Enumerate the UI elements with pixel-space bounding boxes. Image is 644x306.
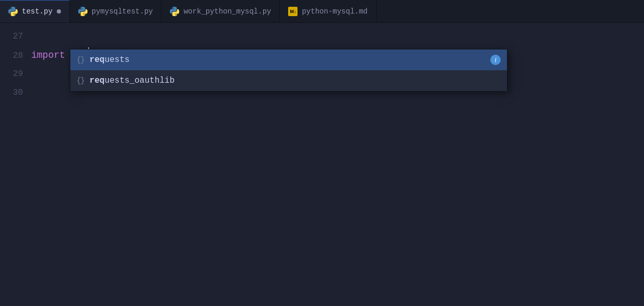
tab-label-test-py: test.py — [22, 7, 53, 16]
tab-modified-dot — [57, 9, 61, 14]
tab-work-python-mysql-py[interactable]: work_python_mysql.py — [162, 0, 280, 22]
line-number-28: 28 — [0, 46, 31, 65]
autocomplete-match-req: req — [90, 55, 105, 65]
tab-pymysqltest-py[interactable]: pymysqltest.py — [70, 0, 162, 22]
module-icon-requests: {} — [77, 56, 84, 64]
tab-bar: test.py pymysqltest.py work_python_mysql… — [0, 0, 644, 23]
tab-label-pymysqltest-py: pymysqltest.py — [92, 7, 153, 16]
autocomplete-item-requests-oauthlib[interactable]: {} requests_oauthlib — [70, 70, 507, 91]
autocomplete-label-requests-oauthlib: requests_oauthlib — [90, 76, 175, 85]
autocomplete-match-req2: req — [90, 76, 105, 85]
code-line-27: 27 — [0, 27, 644, 46]
tab-test-py[interactable]: test.py — [0, 0, 70, 22]
markdown-icon: M↓ — [288, 7, 298, 16]
line-number-29: 29 — [0, 65, 31, 83]
keyword-import: import — [31, 46, 65, 65]
python-icon — [8, 7, 18, 16]
python-icon — [78, 7, 88, 16]
info-icon-requests[interactable]: i — [490, 55, 501, 65]
tab-label-python-mysql-md: python-mysql.md — [302, 7, 367, 16]
autocomplete-item-requests[interactable]: {} requests i — [70, 49, 507, 70]
autocomplete-rest-uests-oauthlib: uests_oauthlib — [105, 76, 175, 85]
autocomplete-dropdown: {} requests i {} requests_oauthlib — [70, 49, 507, 92]
editor-area: 27 28 import req I 29 30 {} requests i — [0, 23, 644, 102]
tab-python-mysql-md[interactable]: M↓ python-mysql.md — [280, 0, 376, 22]
module-icon-requests-oauthlib: {} — [77, 76, 84, 85]
line-number-30: 30 — [0, 83, 31, 102]
autocomplete-label-requests: requests — [90, 55, 130, 65]
python-icon — [170, 7, 179, 16]
tab-label-work-python-mysql-py: work_python_mysql.py — [183, 7, 271, 16]
line-number-27: 27 — [0, 27, 31, 46]
autocomplete-rest-uests: uests — [105, 55, 130, 65]
